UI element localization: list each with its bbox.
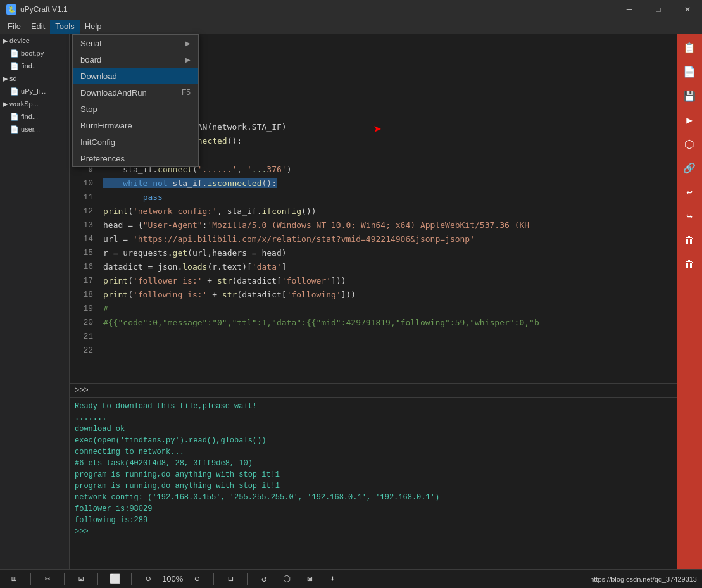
minimize-button[interactable]: ─ [615, 0, 644, 19]
console-line-8: program is running,do anything with stop… [75, 480, 672, 492]
status-bar: ⊞ ✂ ⊡ ⬜ ⊖ 100% ⊕ ⊟ ↺ ⬡ ⊠ ⬇ https://blog.… [0, 569, 702, 588]
submenu-arrow-serial: ▶ [185, 40, 191, 47]
status-icon-grid[interactable]: ⊞ [5, 572, 23, 587]
status-icon-download[interactable]: ⬇ [323, 572, 341, 587]
console-line-1: Ready to download this file,please wait! [75, 401, 672, 412]
rt-btn-delete1[interactable]: 🗑 [678, 229, 701, 252]
rt-btn-delete2[interactable]: 🗑 [678, 253, 701, 276]
right-toolbar: 📋 📄 💾 ▶ ⬡ 🔗 ↩ ↪ 🗑 🗑 [677, 34, 702, 569]
console-output: Ready to download this file,please wait!… [70, 398, 677, 535]
status-icon-zoom-out[interactable]: ⊖ [139, 572, 157, 587]
console-line-5: connecting to network... [75, 446, 672, 458]
separator-2 [64, 573, 65, 585]
rt-btn-copy[interactable]: 📋 [678, 37, 701, 59]
sidebar: ▶ device 📄 boot.py 📄 find... ▶ sd 📄 uPy_… [0, 34, 70, 569]
title-bar: 🐍 uPyCraft V1.1 ─ □ ✕ [0, 0, 702, 19]
app-title: uPyCraft V1.1 [20, 5, 68, 14]
arrow-icon: ▶ [3, 37, 8, 45]
menu-tools[interactable]: Tools [50, 20, 79, 34]
console-line-10: follower is:98029 [75, 503, 672, 515]
menu-item-stop[interactable]: Stop [73, 101, 198, 117]
status-icon-external[interactable]: ⬡ [278, 572, 296, 587]
menu-item-preferences[interactable]: Preferences [73, 150, 198, 166]
submenu-arrow-board: ▶ [185, 56, 191, 63]
separator-5 [213, 573, 214, 585]
close-button[interactable]: ✕ [673, 0, 702, 19]
sidebar-item-sd[interactable]: ▶ sd [0, 72, 69, 85]
status-icon-frame[interactable]: ⬜ [106, 572, 123, 587]
rt-btn-stop[interactable]: ⬡ [678, 133, 701, 156]
rt-btn-undo[interactable]: ↩ [678, 181, 701, 204]
rt-btn-save[interactable]: 💾 [678, 85, 701, 108]
console-line-4: exec(open('findfans.py').read(),globals(… [75, 435, 672, 446]
menu-item-download[interactable]: Download [73, 68, 198, 84]
separator-3 [97, 573, 98, 585]
console-line-6: #6 ets_task(4020f4d8, 28, 3fff9de8, 10) [75, 458, 672, 469]
menu-item-serial[interactable]: Serial ▶ [73, 35, 198, 51]
separator-4 [131, 573, 132, 585]
console-line-7: program is running,do anything with stop… [75, 469, 672, 480]
status-icon-crop[interactable]: ⊠ [301, 572, 318, 587]
sidebar-item-find2[interactable]: 📄 find... [0, 110, 69, 123]
status-icon-grid2[interactable]: ⊟ [222, 572, 239, 587]
status-icon-zoom-in[interactable]: ⊕ [188, 572, 206, 587]
status-icon-refresh[interactable]: ↺ [255, 572, 273, 587]
sidebar-item-workspace[interactable]: ▶ workSp... [0, 97, 69, 110]
console-line-12: >>> [75, 526, 672, 535]
menu-help[interactable]: Help [80, 20, 107, 34]
status-url: https://blog.csdn.net/qq_37429313 [590, 575, 697, 583]
console-line-3: download ok [75, 423, 672, 435]
menu-item-burnfirmware[interactable]: BurnFirmware [73, 117, 198, 134]
line-numbers: 8910111213141516171819202122 [70, 149, 98, 383]
separator-6 [247, 573, 248, 585]
menu-item-board[interactable]: board ▶ [73, 51, 198, 68]
console-prompt: >>> [70, 384, 677, 398]
window-controls: ─ □ ✕ [615, 0, 702, 19]
console-line-9: network config: ('192.168.0.155', '255.2… [75, 492, 672, 503]
rt-btn-link[interactable]: 🔗 [678, 157, 701, 180]
menu-edit[interactable]: Edit [26, 20, 50, 34]
app-icon: 🐍 [6, 4, 16, 15]
menu-item-downloadandrun[interactable]: DownloadAndRun F5 [73, 84, 198, 101]
rt-btn-run[interactable]: ▶ [678, 109, 701, 132]
console-area: >>> Ready to download this file,please w… [70, 383, 677, 535]
separator-1 [30, 573, 31, 585]
maximize-button[interactable]: □ [644, 0, 673, 19]
menu-bar: File Edit Tools Help [0, 19, 702, 34]
status-icon-copy2[interactable]: ⊡ [72, 572, 90, 587]
console-line-2: ....... [75, 412, 672, 423]
menu-item-initconfig[interactable]: InitConfig [73, 134, 198, 150]
sidebar-item-device[interactable]: ▶ device [0, 34, 69, 47]
menu-file[interactable]: File [3, 20, 26, 34]
sidebar-item-boot[interactable]: 📄 boot.py [0, 47, 69, 59]
status-icon-cut[interactable]: ✂ [39, 572, 56, 587]
rt-btn-paste[interactable]: 📄 [678, 61, 701, 84]
arrow-icon-ws: ▶ [3, 100, 8, 108]
code-content[interactable]: sta_if.connect('......', '...376') while… [98, 149, 677, 383]
sidebar-item-upy[interactable]: 📄 uPy_li... [0, 85, 69, 97]
zoom-level: 100% [162, 574, 183, 584]
arrow-icon-sd: ▶ [3, 75, 8, 83]
sidebar-item-find1[interactable]: 📄 find... [0, 59, 69, 72]
sidebar-item-user[interactable]: 📄 user... [0, 123, 69, 135]
console-line-11: following is:289 [75, 515, 672, 526]
code-editor[interactable]: 8910111213141516171819202122 sta_if.conn… [70, 149, 677, 383]
shortcut-f5: F5 [182, 88, 191, 97]
tools-dropdown: Serial ▶ board ▶ Download DownloadAndRun… [72, 34, 199, 167]
rt-btn-redo[interactable]: ↪ [678, 205, 701, 228]
status-icons: ⊞ ✂ ⊡ ⬜ ⊖ 100% ⊕ ⊟ ↺ ⬡ ⊠ ⬇ [5, 572, 341, 587]
